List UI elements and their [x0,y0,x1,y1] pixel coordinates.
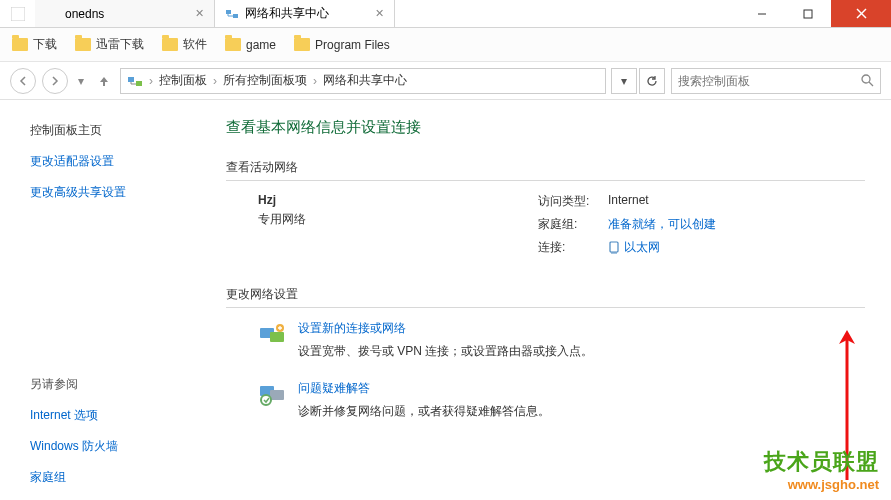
bookmark-label: 软件 [183,36,207,53]
homegroup-link[interactable]: 准备就绪，可以创建 [608,217,716,231]
see-also-label: 另请参阅 [30,376,186,393]
search-input[interactable] [678,74,855,88]
breadcrumb-item[interactable]: 控制面板 [159,72,207,89]
control-panel-home-link[interactable]: 控制面板主页 [30,122,186,139]
svg-rect-19 [270,390,284,400]
folder-icon [162,38,178,51]
close-icon[interactable]: ✕ [195,7,204,20]
network-type: 专用网络 [258,211,538,228]
chevron-right-icon: › [211,74,219,88]
svg-rect-4 [804,10,812,18]
section-active-networks: 查看活动网络 [226,159,865,176]
folder-icon [225,38,241,51]
sidebar-link-firewall[interactable]: Windows 防火墙 [30,438,186,455]
network-icon [225,7,239,21]
bookmark-label: game [246,38,276,52]
bookmark-item[interactable]: game [225,38,276,52]
svg-rect-16 [270,332,284,342]
troubleshoot-link[interactable]: 问题疑难解答 [298,381,370,395]
svg-rect-11 [610,242,618,252]
history-dropdown[interactable]: ▾ [74,74,88,88]
bookmark-item[interactable]: 迅雷下载 [75,36,144,53]
folder-icon [294,38,310,51]
troubleshoot-icon [258,380,286,408]
svg-rect-7 [128,77,134,82]
sidebar: 控制面板主页 更改适配器设置 更改高级共享设置 另请参阅 Internet 选项… [0,100,200,500]
window-controls [739,0,891,27]
maximize-button[interactable] [785,0,831,27]
settings-item-troubleshoot: 问题疑难解答 诊断并修复网络问题，或者获得疑难解答信息。 [226,380,865,420]
svg-rect-8 [136,81,142,86]
ethernet-icon [608,241,620,255]
divider [226,180,865,181]
sidebar-link-homegroup[interactable]: 家庭组 [30,469,186,486]
tab-title: onedns [65,7,104,21]
title-bar: onedns ✕ 网络和共享中心 ✕ [0,0,891,28]
sidebar-link-sharing[interactable]: 更改高级共享设置 [30,184,186,201]
control-panel-icon [127,73,143,89]
sidebar-link-internet-options[interactable]: Internet 选项 [30,407,186,424]
close-icon[interactable]: ✕ [375,7,384,20]
breadcrumb-item[interactable]: 所有控制面板项 [223,72,307,89]
bookmark-item[interactable]: 软件 [162,36,207,53]
page-title: 查看基本网络信息并设置连接 [226,118,865,137]
svg-point-9 [862,75,870,83]
connection-label: 连接: [538,239,600,256]
network-name: Hzj [258,193,538,207]
settings-item-new-connection: 设置新的连接或网络 设置宽带、拨号或 VPN 连接；或设置路由器或接入点。 [226,320,865,360]
troubleshoot-desc: 诊断并修复网络问题，或者获得疑难解答信息。 [298,403,550,420]
sidebar-link-adapter[interactable]: 更改适配器设置 [30,153,186,170]
tab-title: 网络和共享中心 [245,5,329,22]
bookmark-item[interactable]: 下载 [12,36,57,53]
bookmark-item[interactable]: Program Files [294,38,390,52]
access-type-value: Internet [608,193,716,210]
svg-rect-2 [233,14,238,18]
svg-rect-0 [11,7,25,21]
close-button[interactable] [831,0,891,27]
active-network-row: Hzj 专用网络 访问类型: Internet 家庭组: 准备就绪，可以创建 连… [226,193,865,256]
svg-line-10 [869,82,873,86]
new-connection-icon [258,320,286,348]
new-connection-desc: 设置宽带、拨号或 VPN 连接；或设置路由器或接入点。 [298,343,593,360]
new-connection-link[interactable]: 设置新的连接或网络 [298,321,406,335]
section-change-settings: 更改网络设置 [226,286,865,303]
navigation-row: ▾ › 控制面板 › 所有控制面板项 › 网络和共享中心 ▾ [0,62,891,100]
main-content: 查看基本网络信息并设置连接 查看活动网络 Hzj 专用网络 访问类型: Inte… [200,100,891,500]
breadcrumb-item[interactable]: 网络和共享中心 [323,72,407,89]
address-bar[interactable]: › 控制面板 › 所有控制面板项 › 网络和共享中心 [120,68,606,94]
svg-point-20 [261,395,271,405]
connection-link[interactable]: 以太网 [624,239,660,256]
back-button[interactable] [10,68,36,94]
homegroup-label: 家庭组: [538,216,600,233]
title-bar-icon [0,0,35,27]
minimize-button[interactable] [739,0,785,27]
bookmark-label: Program Files [315,38,390,52]
address-dropdown[interactable]: ▾ [611,68,637,94]
up-button[interactable] [94,75,114,87]
folder-icon [75,38,91,51]
svg-rect-1 [226,10,231,14]
browser-tab[interactable]: 网络和共享中心 ✕ [215,0,395,27]
chevron-right-icon: › [311,74,319,88]
folder-icon [45,7,59,21]
chevron-right-icon: › [147,74,155,88]
bookmarks-bar: 下载 迅雷下载 软件 game Program Files [0,28,891,62]
browser-tab[interactable]: onedns ✕ [35,0,215,27]
search-icon [861,74,874,87]
search-box[interactable] [671,68,881,94]
folder-icon [12,38,28,51]
divider [226,307,865,308]
forward-button[interactable] [42,68,68,94]
access-type-label: 访问类型: [538,193,600,210]
bookmark-label: 迅雷下载 [96,36,144,53]
refresh-button[interactable] [639,68,665,94]
bookmark-label: 下载 [33,36,57,53]
